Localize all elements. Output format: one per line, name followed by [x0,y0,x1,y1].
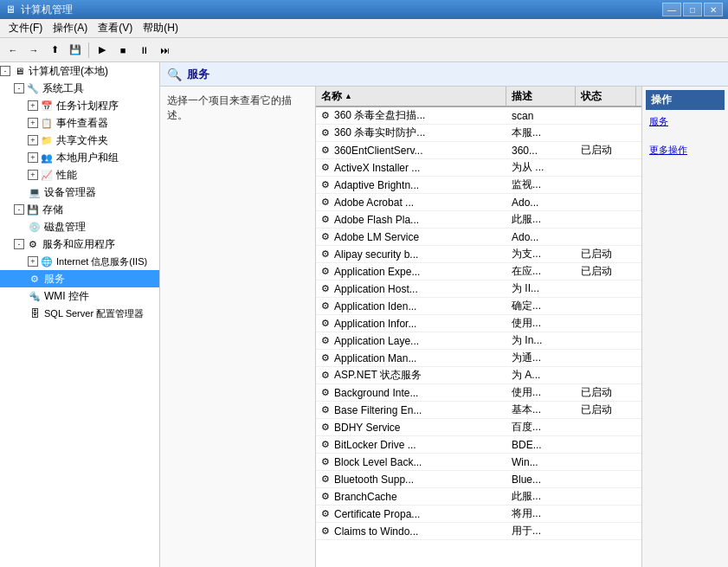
expand-svcapp[interactable]: - [14,239,24,249]
menu-help[interactable]: 帮助(H) [138,19,184,37]
menu-action[interactable]: 操作(A) [48,19,93,37]
stop-button[interactable]: ■ [113,41,132,60]
table-row[interactable]: ⚙Certificate Propa...将用...手动本地系统 [316,506,641,523]
table-row[interactable]: ⚙Application Infor...使用...手动本地系统 [316,315,641,332]
expand-storage[interactable]: - [14,204,24,215]
pause-button[interactable]: ⏸ [134,41,153,60]
action-title: 操作 [646,90,725,110]
service-status: 已启动 [576,142,636,158]
tree-label-iis: Internet 信息服务(IIS) [56,255,147,268]
tree-item-system[interactable]: - 🔧 系统工具 [0,80,159,97]
action-services-link[interactable]: 服务 [646,113,725,130]
expand-events[interactable]: + [28,118,38,128]
action-more-link[interactable]: 更多操作 [646,142,725,158]
services-list[interactable]: 名称 ▲ 描述 状态 启动类型 登录为 [316,87,641,567]
table-row[interactable]: ⚙BitLocker Drive ...BDE...手动本地系统 [316,436,641,454]
sort-asc-icon: ▲ [345,92,352,100]
table-row[interactable]: ⚙Application Expe...在应...已启动手动本地系统 [316,263,641,280]
service-desc: 使用... [506,315,576,332]
service-name-cell: ⚙Claims to Windo... [316,525,506,538]
service-status: 已启动 [576,246,636,262]
service-status: 已启动 [576,402,636,418]
col-status[interactable]: 状态 [576,87,636,106]
expand-system[interactable]: - [14,83,24,93]
tree-item-storage[interactable]: - 💾 存储 [0,201,159,218]
tree-item-perf[interactable]: + 📈 性能 [0,166,159,184]
window-controls: — □ ✕ [662,3,723,16]
play-button[interactable]: ▶ [93,41,112,60]
table-row[interactable]: ⚙Alipay security b...为支...已启动手动本地系统 [316,246,641,263]
close-button[interactable]: ✕ [704,3,723,16]
tree-item-svcapp[interactable]: - ⚙ 服务和应用程序 [0,235,159,253]
table-row[interactable]: ⚙360EntClientServ...360...已启动自动本地系统 [316,142,641,159]
col-startup[interactable]: 启动类型 [636,87,641,106]
service-name: 360 杀毒实时防护... [334,126,425,140]
table-row[interactable]: ⚙Adobe Acrobat ...Ado...手动本地系统 [316,194,641,211]
minimize-button[interactable]: — [662,3,681,16]
table-row[interactable]: ⚙Block Level Back...Win...手动本地系统 [316,454,641,471]
tree-item-iis[interactable]: + 🌐 Internet 信息服务(IIS) [0,253,159,270]
expand-iis[interactable]: + [28,256,38,267]
tree-item-services[interactable]: ⚙ 服务 [0,270,159,287]
maximize-button[interactable]: □ [683,3,702,16]
col-name[interactable]: 名称 ▲ [316,87,506,106]
tree-label-sqlserver: SQL Server 配置管理器 [44,307,144,320]
table-row[interactable]: ⚙Adaptive Brightn...监视...手动本地服务 [316,177,641,194]
skip-button[interactable]: ⏭ [155,41,174,60]
up-button[interactable]: ⬆ [45,41,64,60]
service-name-cell: ⚙Adaptive Brightn... [316,178,506,192]
wmi-icon: 🔩 [28,289,42,303]
tree-item-sqlserver[interactable]: 🗄 SQL Server 配置管理器 [0,305,159,322]
tree-item-tasks[interactable]: + 📅 任务计划程序 [0,97,159,114]
table-row[interactable]: ⚙Adobe Flash Pla...此服...手动本地系统 [316,211,641,229]
table-row[interactable]: ⚙Adobe LM ServiceAdo...手动本地系统 [316,229,641,246]
service-desc: 将用... [506,506,576,522]
expand-root[interactable]: - [0,66,10,76]
tree-item-wmi[interactable]: 🔩 WMI 控件 [0,287,159,305]
service-desc: 为支... [506,246,576,262]
tree-item-shared[interactable]: + 📁 共享文件夹 [0,132,159,149]
tree-item-devmgr[interactable]: 💻 设备管理器 [0,184,159,201]
table-row[interactable]: ⚙360 杀毒实时防护...本服...自动本地系统 [316,125,641,142]
service-icon: ⚙ [319,300,332,312]
table-row[interactable]: ⚙Claims to Windo...用于...手动本地系统 [316,523,641,540]
back-button[interactable]: ← [3,41,23,60]
expand-tasks[interactable]: + [28,100,38,111]
table-row[interactable]: ⚙Application Host...为 II...手动本地系统 [316,280,641,298]
expand-localusers[interactable]: + [28,152,38,163]
tree-item-events[interactable]: + 📋 事件查看器 [0,114,159,132]
table-row[interactable]: ⚙360 杀毒全盘扫描...scan手动本地系统 [316,107,641,125]
forward-button[interactable]: → [24,41,43,60]
table-row[interactable]: ⚙BranchCache此服...手动网络服务 [316,488,641,506]
table-row[interactable]: ⚙Application Iden...确定...手动本地服务 [316,298,641,315]
table-row[interactable]: ⚙Base Filtering En...基本...已启动自动本地服务 [316,402,641,419]
expand-perf[interactable]: + [28,170,38,180]
service-status: 已启动 [576,384,636,401]
title-icon: 🖥 [5,3,17,16]
expand-shared[interactable]: + [28,135,38,145]
save-button[interactable]: 💾 [66,41,85,60]
description-text: 选择一个项目来查看它的描述。 [167,94,292,121]
service-icon: ⚙ [319,387,332,399]
service-name-cell: ⚙ActiveX Installer ... [316,161,506,175]
table-row[interactable]: ⚙Application Man...为通...手动本地系统 [316,350,641,367]
service-icon: ⚙ [319,318,332,330]
tree-item-root[interactable]: - 🖥 计算机管理(本地) [0,62,159,80]
tree-item-localusers[interactable]: + 👥 本地用户和组 [0,149,159,166]
table-row[interactable]: ⚙ASP.NET 状态服务为 A...手动网络服务 [316,367,641,384]
tree-item-diskmgr[interactable]: 💿 磁盘管理 [0,218,159,235]
service-icon: ⚙ [319,335,332,347]
search-icon: 🔍 [167,68,182,81]
table-row[interactable]: ⚙BDHY Service百度...手动本地系统 [316,419,641,436]
computer-icon: 🖥 [12,64,26,78]
table-row[interactable]: ⚙Bluetooth Supp...Blue...手动本地服务 [316,471,641,488]
table-row[interactable]: ⚙ActiveX Installer ...为从 ...手动本地系统 [316,159,641,177]
menu-view[interactable]: 查看(V) [93,19,138,37]
table-row[interactable]: ⚙Background Inte...使用...已启动自动(延迟...本地系统 [316,384,641,402]
service-desc: 为通... [506,350,576,366]
col-desc[interactable]: 描述 [506,87,576,106]
menu-file[interactable]: 文件(F) [3,19,48,37]
service-desc: 本服... [506,125,576,141]
table-row[interactable]: ⚙Application Laye...为 In...手动本地服务 [316,332,641,350]
service-name-cell: ⚙Adobe Acrobat ... [316,196,506,209]
